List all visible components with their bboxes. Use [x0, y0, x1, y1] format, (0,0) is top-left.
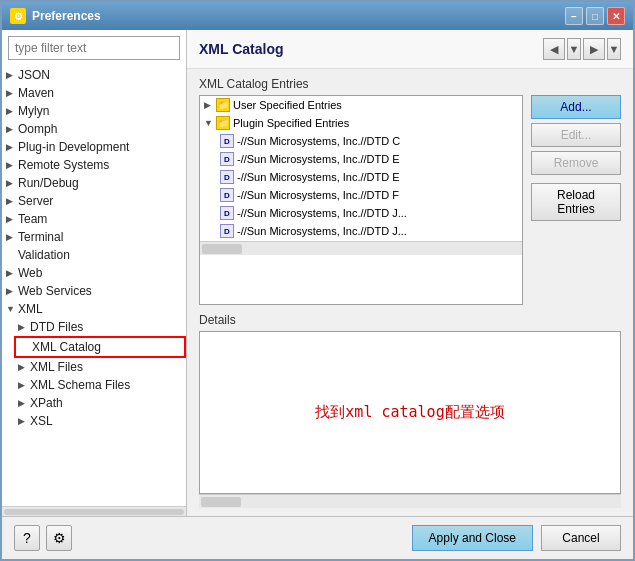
sidebar-item-json[interactable]: ▶ JSON [2, 66, 186, 84]
expand-arrow: ▶ [6, 70, 18, 80]
sidebar-item-label: Web [18, 266, 42, 280]
help-button[interactable]: ? [14, 525, 40, 551]
edit-button[interactable]: Edit... [531, 123, 621, 147]
sidebar-item-xpath[interactable]: ▶ XPath [14, 394, 186, 412]
expand-arrow: ▼ [6, 304, 18, 314]
entry-label: -//Sun Microsystems, Inc.//DTD F [237, 189, 399, 201]
sidebar-item-label: Web Services [18, 284, 92, 298]
apply-close-button[interactable]: Apply and Close [412, 525, 533, 551]
cancel-button[interactable]: Cancel [541, 525, 621, 551]
tree-container: ▶ JSON ▶ Maven ▶ Mylyn ▶ Oomph ▶ Plug- [2, 66, 186, 506]
plugin-entries: D -//Sun Microsystems, Inc.//DTD C D -//… [216, 132, 522, 240]
entry-label: -//Sun Microsystems, Inc.//DTD C [237, 135, 400, 147]
dtd-icon: D [220, 224, 234, 238]
sidebar-item-label: JSON [18, 68, 50, 82]
sidebar-item-xml-files[interactable]: ▶ XML Files [14, 358, 186, 376]
details-hscroll-thumb[interactable] [201, 497, 241, 507]
expand-arrow: ▶ [18, 322, 30, 332]
catalog-area: XML Catalog Entries ▶ 📁 User Specified E… [187, 69, 633, 516]
plugin-specified-group[interactable]: ▼ 📁 Plugin Specified Entries [200, 114, 522, 132]
minimize-button[interactable]: − [565, 7, 583, 25]
expand-arrow: ▶ [18, 380, 30, 390]
hscroll-thumb[interactable] [202, 244, 242, 254]
sidebar-item-maven[interactable]: ▶ Maven [2, 84, 186, 102]
window-title: Preferences [32, 9, 565, 23]
sidebar-item-label: XML Files [30, 360, 83, 374]
close-button[interactable]: ✕ [607, 7, 625, 25]
catalog-entry[interactable]: D -//Sun Microsystems, Inc.//DTD J... [216, 204, 522, 222]
sidebar-item-team[interactable]: ▶ Team [2, 210, 186, 228]
expand-arrow: ▶ [18, 398, 30, 408]
entry-label: -//Sun Microsystems, Inc.//DTD E [237, 153, 400, 165]
sidebar-item-web[interactable]: ▶ Web [2, 264, 186, 282]
expand-arrow: ▶ [18, 362, 30, 372]
dtd-icon: D [220, 206, 234, 220]
add-button[interactable]: Add... [531, 95, 621, 119]
details-annotation: 找到xml catalog配置选项 [315, 403, 504, 422]
reload-entries-button[interactable]: Reload Entries [531, 183, 621, 221]
expand-arrow: ▶ [6, 178, 18, 188]
sidebar-item-remote-systems[interactable]: ▶ Remote Systems [2, 156, 186, 174]
expand-arrow: ▶ [6, 196, 18, 206]
sidebar-item-label: XML Schema Files [30, 378, 130, 392]
user-specified-group[interactable]: ▶ 📁 User Specified Entries [200, 96, 522, 114]
catalog-entry[interactable]: D -//Sun Microsystems, Inc.//DTD C [216, 132, 522, 150]
details-label: Details [199, 313, 621, 327]
back-button[interactable]: ◀ [543, 38, 565, 60]
sidebar-item-label: Run/Debug [18, 176, 79, 190]
catalog-entry[interactable]: D -//Sun Microsystems, Inc.//DTD F [216, 186, 522, 204]
sidebar-hscroll-thumb[interactable] [4, 509, 184, 515]
main-title: XML Catalog [199, 41, 284, 57]
filter-input[interactable] [8, 36, 180, 60]
catalog-entry[interactable]: D -//Sun Microsystems, Inc.//DTD E [216, 150, 522, 168]
sidebar-item-xsl[interactable]: ▶ XSL [14, 412, 186, 430]
catalog-hscroll [200, 241, 522, 255]
catalog-entry[interactable]: D -//Sun Microsystems, Inc.//DTD J... [216, 222, 522, 240]
sidebar-item-terminal[interactable]: ▶ Terminal [2, 228, 186, 246]
sidebar-item-validation[interactable]: Validation [2, 246, 186, 264]
back-dropdown[interactable]: ▼ [567, 38, 581, 60]
sidebar-item-label: Remote Systems [18, 158, 109, 172]
sidebar-item-label: Team [18, 212, 47, 226]
entry-label: -//Sun Microsystems, Inc.//DTD J... [237, 225, 407, 237]
sidebar-item-dtd-files[interactable]: ▶ DTD Files [14, 318, 186, 336]
main-panel: XML Catalog ◀ ▼ ▶ ▼ XML Catalog Entries [187, 30, 633, 516]
sidebar-item-xml-schema-files[interactable]: ▶ XML Schema Files [14, 376, 186, 394]
sidebar-item-plugin-dev[interactable]: ▶ Plug-in Development [2, 138, 186, 156]
remove-button[interactable]: Remove [531, 151, 621, 175]
forward-button[interactable]: ▶ [583, 38, 605, 60]
sidebar-item-web-services[interactable]: ▶ Web Services [2, 282, 186, 300]
sidebar-item-label: Maven [18, 86, 54, 100]
catalog-tree[interactable]: ▶ 📁 User Specified Entries ▼ 📁 Plugin Sp… [199, 95, 523, 305]
sidebar-item-label: XML [18, 302, 43, 316]
catalog-buttons: Add... Edit... Remove Reload Entries [531, 95, 621, 305]
catalog-entries-label: XML Catalog Entries [199, 77, 621, 91]
entry-label: -//Sun Microsystems, Inc.//DTD J... [237, 207, 407, 219]
xml-children: ▶ DTD Files XML Catalog ▶ XML Files ▶ XM… [14, 318, 186, 430]
sidebar-item-label: Validation [18, 248, 70, 262]
sidebar-item-xml[interactable]: ▼ XML [2, 300, 186, 318]
sidebar-item-mylyn[interactable]: ▶ Mylyn [2, 102, 186, 120]
sidebar-item-server[interactable]: ▶ Server [2, 192, 186, 210]
folder-icon: 📁 [216, 98, 230, 112]
sidebar: ▶ JSON ▶ Maven ▶ Mylyn ▶ Oomph ▶ Plug- [2, 30, 187, 516]
forward-dropdown[interactable]: ▼ [607, 38, 621, 60]
expand-arrow: ▶ [6, 124, 18, 134]
sidebar-item-label: XML Catalog [32, 340, 101, 354]
dtd-icon: D [220, 134, 234, 148]
sidebar-item-label: DTD Files [30, 320, 83, 334]
window-icon: ⚙ [10, 8, 26, 24]
maximize-button[interactable]: □ [586, 7, 604, 25]
expand-arrow: ▶ [18, 416, 30, 426]
sidebar-item-xml-catalog[interactable]: XML Catalog [14, 336, 186, 358]
folder-icon: 📁 [216, 116, 230, 130]
preferences-button[interactable]: ⚙ [46, 525, 72, 551]
expand-arrow: ▶ [6, 232, 18, 242]
catalog-entry[interactable]: D -//Sun Microsystems, Inc.//DTD E [216, 168, 522, 186]
sidebar-item-label: Terminal [18, 230, 63, 244]
expand-arrow: ▶ [6, 268, 18, 278]
sidebar-item-run-debug[interactable]: ▶ Run/Debug [2, 174, 186, 192]
sidebar-item-oomph[interactable]: ▶ Oomph [2, 120, 186, 138]
footer: ? ⚙ Apply and Close Cancel [2, 516, 633, 559]
main-header: XML Catalog ◀ ▼ ▶ ▼ [187, 30, 633, 69]
